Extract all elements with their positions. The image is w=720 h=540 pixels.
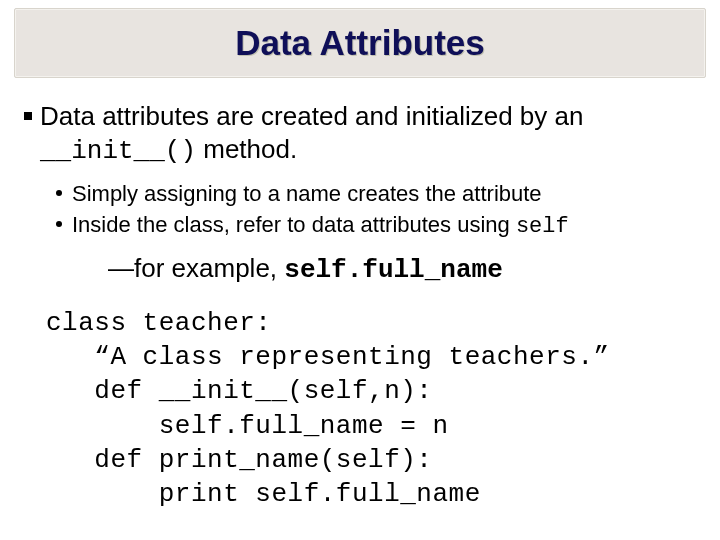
top-bullet-text: Data attributes are created and initiali… <box>40 100 698 169</box>
code-line-4: self.full_name = n <box>46 411 449 441</box>
sub-bullet-2: Inside the class, refer to data attribut… <box>56 210 698 242</box>
slide-body: Data attributes are created and initiali… <box>14 78 706 512</box>
sub-bullet-2-prefix: Inside the class, refer to data attribut… <box>72 212 516 237</box>
code-line-3: def __init__(self,n): <box>46 376 432 406</box>
code-line-1: class teacher: <box>46 308 271 338</box>
disc-bullet-icon <box>56 221 62 227</box>
square-bullet-icon <box>24 112 32 120</box>
title-band: Data Attributes <box>14 8 706 78</box>
example-line: —for example, self.full_name <box>108 252 698 288</box>
code-line-6: print self.full_name <box>46 479 481 509</box>
sub-bullet-1: Simply assigning to a name creates the a… <box>56 179 698 209</box>
sub-bullet-2-text: Inside the class, refer to data attribut… <box>72 210 569 242</box>
disc-bullet-icon <box>56 190 62 196</box>
sub-bullet-list: Simply assigning to a name creates the a… <box>56 179 698 242</box>
slide-title: Data Attributes <box>235 23 485 63</box>
example-code: self.full_name <box>284 255 502 285</box>
sub-bullet-1-text: Simply assigning to a name creates the a… <box>72 179 542 209</box>
code-line-5: def print_name(self): <box>46 445 432 475</box>
code-line-2: “A class representing teachers.” <box>46 342 610 372</box>
example-prefix: for example, <box>134 253 284 283</box>
top-bullet-suffix: method. <box>196 134 297 164</box>
top-bullet-prefix: Data attributes are created and initiali… <box>40 101 583 131</box>
top-bullet: Data attributes are created and initiali… <box>24 100 698 169</box>
slide: Data Attributes Data attributes are crea… <box>0 0 720 540</box>
sub-bullet-2-code: self <box>516 214 569 239</box>
top-bullet-code: __init__() <box>40 136 196 166</box>
example-dash: — <box>108 253 134 283</box>
code-block: class teacher: “A class representing tea… <box>46 306 698 512</box>
